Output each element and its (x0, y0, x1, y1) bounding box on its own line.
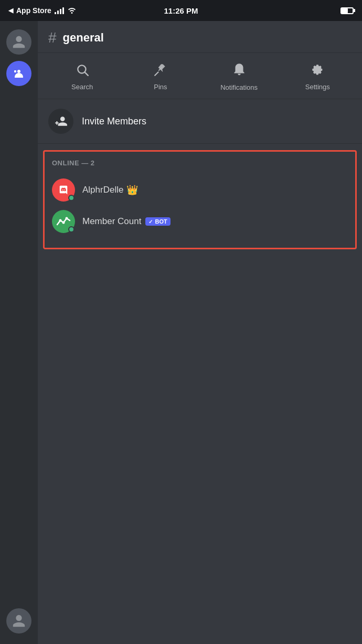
active-server-icon (6, 61, 31, 86)
notifications-toolbar-button[interactable]: Notifications (220, 62, 258, 91)
search-toolbar-button[interactable]: Search (64, 63, 101, 91)
svg-line-3 (85, 72, 88, 76)
online-status-dot-alphrdelle (68, 195, 74, 201)
online-members-section: ONLINE — 2 AlphrDelle 👑 (43, 150, 357, 249)
pins-icon (154, 63, 167, 79)
sidebar-bottom (6, 608, 31, 634)
alphrdelle-name: AlphrDelle (82, 185, 123, 195)
online-status-dot-membercount (68, 226, 74, 233)
settings-toolbar-button[interactable]: Settings (299, 63, 336, 91)
pins-toolbar-button[interactable]: Pins (142, 63, 179, 91)
pins-label: Pins (154, 83, 167, 91)
wifi-icon (67, 6, 77, 15)
time-display: 11:26 PM (164, 6, 198, 15)
crown-icon: 👑 (126, 184, 138, 196)
bottom-user-avatar[interactable] (6, 608, 31, 634)
user-avatar[interactable] (6, 29, 31, 55)
member-row-membercount[interactable]: Member Count ✓ BOT (52, 206, 348, 237)
svg-point-7 (66, 217, 68, 220)
active-server-item[interactable] (6, 61, 31, 86)
svg-line-4 (155, 72, 158, 76)
status-bar-right (340, 7, 354, 14)
search-icon (76, 63, 89, 79)
member-row-alphrdelle[interactable]: AlphrDelle 👑 (52, 174, 348, 206)
status-bar: ◀ App Store 11:26 PM (0, 0, 362, 21)
carrier-label: App Store (16, 6, 51, 15)
notifications-label: Notifications (220, 83, 258, 91)
search-label: Search (71, 83, 93, 91)
online-section-header: ONLINE — 2 (52, 159, 348, 167)
bot-badge-label: BOT (155, 218, 167, 225)
svg-point-5 (59, 219, 62, 222)
bot-badge: ✓ BOT (145, 217, 170, 226)
signal-bars-icon (55, 7, 64, 14)
back-arrow-icon: ◀ (8, 7, 13, 14)
svg-point-6 (62, 221, 65, 224)
member-avatar-wrapper-membercount (52, 210, 75, 233)
channel-hash-icon: # (48, 30, 57, 45)
svg-point-0 (17, 70, 20, 73)
toolbar: Search Pins Notifications (38, 53, 362, 99)
settings-icon (311, 63, 324, 79)
alphrdelle-name-row: AlphrDelle 👑 (82, 184, 138, 196)
bot-badge-check: ✓ (148, 219, 153, 225)
invite-members-label: Invite Members (82, 116, 146, 127)
left-sidebar (0, 21, 38, 644)
member-avatar-wrapper-alphrdelle (52, 178, 75, 202)
channel-header: # general (38, 21, 362, 53)
battery-icon (340, 7, 354, 14)
notifications-icon (232, 62, 246, 79)
svg-rect-1 (14, 70, 16, 72)
membercount-name-row: Member Count ✓ BOT (82, 216, 171, 227)
main-content: # general Search Pins (38, 21, 362, 644)
status-bar-left: ◀ App Store (8, 6, 77, 15)
settings-label: Settings (305, 83, 330, 91)
membercount-name: Member Count (82, 216, 141, 227)
invite-avatar-icon (48, 109, 73, 134)
invite-members-button[interactable]: Invite Members (38, 99, 362, 144)
channel-name: general (63, 31, 104, 45)
